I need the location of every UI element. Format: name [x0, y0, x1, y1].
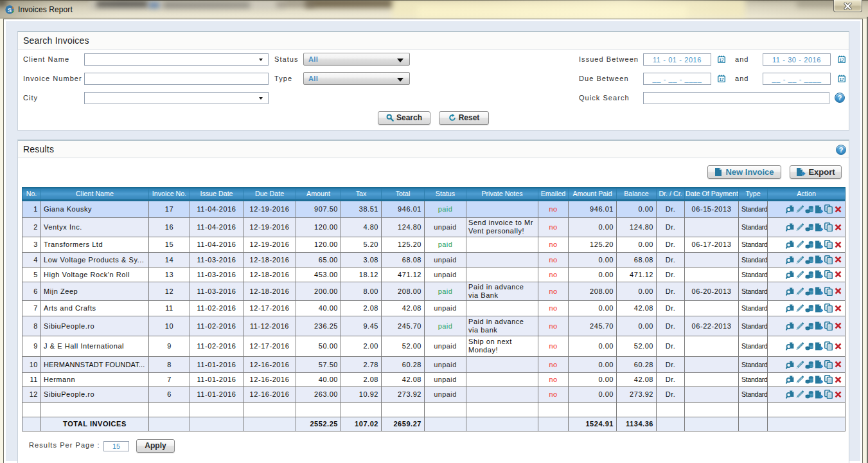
svg-text:17: 17	[719, 58, 724, 62]
svg-text:17: 17	[839, 58, 844, 62]
svg-text:17: 17	[719, 77, 724, 82]
svg-text:17: 17	[839, 77, 844, 82]
svg-text:S: S	[8, 6, 12, 14]
